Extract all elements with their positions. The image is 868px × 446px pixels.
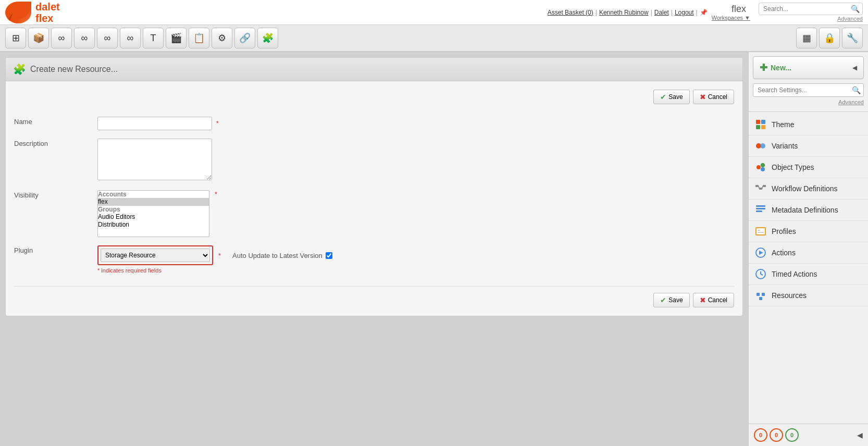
svg-rect-3 bbox=[761, 125, 765, 129]
dalet-link[interactable]: Dalet bbox=[654, 9, 669, 16]
form-title: Create new Resource... bbox=[30, 65, 118, 74]
vis-option-groups[interactable]: Groups bbox=[98, 206, 209, 213]
plugin-select[interactable]: Storage Resource File System S3 FTP bbox=[101, 249, 210, 262]
vis-option-flex[interactable]: flex bbox=[98, 198, 209, 205]
main-search-input[interactable] bbox=[759, 3, 863, 15]
save-button-bottom[interactable]: ✔ Save bbox=[653, 293, 689, 307]
sidebar-new-button[interactable]: ✚ New... ◀ bbox=[753, 56, 864, 79]
name-input[interactable] bbox=[97, 117, 212, 130]
svg-point-6 bbox=[757, 165, 761, 169]
sidebar-item-icon-actions bbox=[755, 247, 766, 258]
svg-rect-1 bbox=[761, 120, 765, 124]
sidebar-item-icon-object-types bbox=[755, 162, 766, 173]
visibility-list[interactable]: Accounts flex Groups Audio Editors Distr… bbox=[97, 190, 209, 237]
toolbar-btn-infinity2[interactable]: ∞ bbox=[74, 28, 95, 48]
name-label: Name bbox=[14, 113, 97, 134]
workspace-area: flex bbox=[731, 4, 746, 15]
toolbar-btn-clipboard[interactable]: 📋 bbox=[189, 28, 209, 48]
sidebar-plus-icon: ✚ bbox=[760, 62, 767, 73]
sidebar-advanced-link[interactable]: Advanced bbox=[753, 99, 864, 105]
top-right-area: Asset Basket (0) | Kenneth Rubinow | Dal… bbox=[548, 3, 863, 22]
pin-icon: 📌 bbox=[700, 9, 708, 16]
cancel-button-bottom[interactable]: ✖ Cancel bbox=[693, 293, 734, 307]
vis-option-distribution[interactable]: Distribution bbox=[98, 221, 209, 228]
toolbar-btn-text-T[interactable]: T bbox=[143, 28, 164, 48]
sidebar-new-label: New... bbox=[771, 64, 791, 72]
cancel-button-top[interactable]: ✖ Cancel bbox=[693, 90, 734, 104]
save-label-bottom: Save bbox=[668, 296, 683, 304]
workspace-dropdown-arrow: ▼ bbox=[745, 15, 750, 21]
description-field bbox=[97, 134, 734, 186]
workspaces-link-area[interactable]: Workspaces ▼ bbox=[712, 15, 750, 21]
sidebar-bottom-arrow-icon[interactable]: ◀ bbox=[857, 431, 863, 439]
sidebar-item-icon-workflow bbox=[755, 183, 766, 194]
toolbar-btn-package[interactable]: 📦 bbox=[28, 28, 49, 48]
sidebar-item-theme[interactable]: Theme bbox=[749, 114, 868, 135]
logo-text: dalet flex bbox=[35, 1, 60, 24]
sidebar-item-label-timed-actions: Timed Actions bbox=[772, 270, 817, 278]
cancel-x-icon-bottom: ✖ bbox=[700, 296, 706, 304]
description-textarea[interactable] bbox=[97, 139, 212, 180]
sidebar-item-metadata[interactable]: Metadata Definitions bbox=[749, 200, 868, 221]
svg-rect-25 bbox=[757, 293, 760, 296]
sidebar-search-input[interactable] bbox=[753, 83, 864, 97]
sidebar-new-arrow-icon: ◀ bbox=[852, 64, 857, 71]
top-links: Asset Basket (0) | Kenneth Rubinow | Dal… bbox=[548, 9, 708, 16]
vis-option-accounts[interactable]: Accounts bbox=[98, 191, 209, 198]
badge-2: 0 bbox=[770, 428, 783, 442]
sidebar-item-variants[interactable]: Variants bbox=[749, 135, 868, 157]
form-header-puzzle-icon: 🧩 bbox=[13, 63, 26, 76]
sidebar-item-icon-profiles bbox=[755, 226, 766, 237]
auto-update-text: Auto Update to Latest Version bbox=[232, 252, 323, 259]
dalet-logo-icon bbox=[5, 2, 31, 23]
toolbar-btn-right-tools[interactable]: 🔧 bbox=[842, 28, 863, 48]
svg-rect-14 bbox=[756, 205, 765, 207]
visibility-field: Accounts flex Groups Audio Editors Distr… bbox=[97, 186, 734, 241]
form-actions-bottom: ✔ Save ✖ Cancel bbox=[14, 286, 734, 307]
toolbar-btn-right-grid-layout[interactable]: ▦ bbox=[796, 28, 817, 48]
svg-rect-9 bbox=[755, 185, 759, 187]
sidebar-item-icon-resources bbox=[755, 290, 766, 301]
vis-option-audio-editors[interactable]: Audio Editors bbox=[98, 213, 209, 220]
sidebar-item-object-types[interactable]: Object Types bbox=[749, 157, 868, 178]
svg-line-24 bbox=[761, 274, 763, 275]
form-area: 🧩 Create new Resource... ✔ Save ✖ Cancel bbox=[0, 52, 748, 446]
toolbar: ⊞📦∞∞∞∞T🎬📋⚙🔗🧩 ▦🔒🔧 bbox=[0, 25, 868, 52]
toolbar-btn-settings[interactable]: ⚙ bbox=[212, 28, 232, 48]
visibility-list-wrap: Accounts flex Groups Audio Editors Distr… bbox=[97, 190, 734, 237]
toolbar-btn-network[interactable]: 🔗 bbox=[234, 28, 255, 48]
required-note: * indicates required fields bbox=[97, 267, 734, 274]
sidebar-item-icon-timed-actions bbox=[755, 268, 766, 280]
sidebar-new-left: ✚ New... bbox=[760, 62, 791, 73]
sidebar-item-actions[interactable]: Actions bbox=[749, 242, 868, 264]
visibility-label: Visibility bbox=[14, 186, 97, 241]
sidebar-item-timed-actions[interactable]: Timed Actions bbox=[749, 264, 868, 285]
sidebar-item-resources[interactable]: Resources bbox=[749, 285, 868, 306]
asset-basket-link[interactable]: Asset Basket (0) bbox=[548, 9, 593, 16]
svg-rect-2 bbox=[756, 125, 760, 129]
toolbar-btn-right-lock[interactable]: 🔒 bbox=[819, 28, 840, 48]
svg-rect-20 bbox=[758, 232, 764, 233]
visibility-row: Visibility Accounts flex Groups Audio Ed… bbox=[14, 186, 734, 241]
workspaces-label: Workspaces bbox=[712, 15, 743, 21]
sidebar-item-profiles[interactable]: Profiles bbox=[749, 221, 868, 242]
main-search-icon: 🔍 bbox=[851, 5, 860, 13]
visibility-required-star: * bbox=[215, 190, 217, 198]
save-button-top[interactable]: ✔ Save bbox=[653, 90, 689, 104]
plugin-row: Plugin Storage Resource File System S3 F… bbox=[14, 241, 734, 278]
user-link[interactable]: Kenneth Rubinow bbox=[599, 9, 649, 16]
toolbar-btn-film[interactable]: 🎬 bbox=[166, 28, 187, 48]
toolbar-btn-infinity3[interactable]: ∞ bbox=[97, 28, 118, 48]
toolbar-btn-infinity4[interactable]: ∞ bbox=[120, 28, 141, 48]
toolbar-btn-puzzle[interactable]: 🧩 bbox=[257, 28, 278, 48]
svg-rect-27 bbox=[759, 297, 762, 300]
search-advanced-link[interactable]: Advanced bbox=[759, 16, 863, 22]
plugin-required-star: * bbox=[218, 252, 221, 259]
logout-link[interactable]: Logout bbox=[675, 9, 694, 16]
auto-update-checkbox[interactable] bbox=[326, 252, 332, 259]
workspace-name: flex bbox=[731, 4, 746, 14]
toolbar-btn-grid-view[interactable]: ⊞ bbox=[5, 28, 26, 48]
toolbar-btn-infinity1[interactable]: ∞ bbox=[51, 28, 72, 48]
sidebar-item-workflow[interactable]: Workflow Definitions bbox=[749, 178, 868, 200]
form-grid: Name * Description bbox=[14, 113, 734, 278]
